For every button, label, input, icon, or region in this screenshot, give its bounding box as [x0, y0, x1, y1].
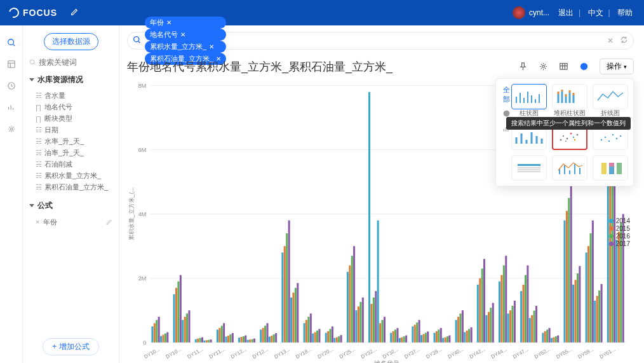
- edit-icon[interactable]: [70, 8, 79, 18]
- svg-rect-205: [598, 291, 600, 343]
- svg-rect-79: [295, 288, 297, 343]
- refresh-icon[interactable]: [620, 36, 628, 46]
- remove-icon[interactable]: ✕: [166, 19, 171, 26]
- user-name[interactable]: cynt...: [529, 8, 549, 17]
- svg-rect-136: [434, 332, 436, 342]
- brand-icon: [7, 6, 21, 20]
- section-reservoir[interactable]: 水库资源情况: [29, 74, 112, 85]
- add-formula-button[interactable]: + 增加公式: [43, 338, 98, 355]
- svg-point-220: [567, 138, 568, 140]
- svg-rect-167: [507, 313, 509, 342]
- svg-text:地名代号 ▾: 地名代号 ▾: [373, 360, 404, 363]
- chart-thumb[interactable]: [593, 155, 628, 181]
- svg-rect-113: [377, 221, 379, 343]
- table-icon[interactable]: [558, 60, 570, 73]
- remove-icon[interactable]: ✕: [180, 31, 185, 38]
- field-item[interactable]: ☵累积石油量_立方米_: [36, 182, 112, 192]
- chart-thumb[interactable]: [552, 155, 587, 181]
- svg-point-218: [560, 139, 562, 141]
- rail-clock-icon[interactable]: [6, 80, 17, 92]
- legend: 2014201520162017: [609, 217, 630, 248]
- rail-board-icon[interactable]: [6, 58, 17, 70]
- search-pillbar[interactable]: 年份✕地名代号✕累积水量_立方米_✕累积石油量_立方米_✕ ✕: [127, 32, 634, 50]
- svg-rect-132: [422, 334, 424, 343]
- gear-icon[interactable]: [537, 60, 550, 73]
- formula-chip[interactable]: ×年份: [36, 217, 112, 227]
- section-formula[interactable]: 公式: [29, 200, 112, 211]
- svg-rect-26: [166, 332, 168, 342]
- svg-rect-85: [310, 313, 312, 342]
- svg-rect-128: [414, 325, 416, 343]
- remove-icon[interactable]: ✕: [209, 43, 214, 50]
- svg-rect-137: [436, 331, 438, 343]
- svg-rect-118: [390, 332, 392, 342]
- search-icon[interactable]: [133, 36, 141, 46]
- choose-source-button[interactable]: 选择数据源: [44, 33, 98, 50]
- popover-tooltip: 搜索结果中至少一个属性列和一个数值列: [506, 117, 631, 130]
- field-item[interactable]: ∏地名代号: [36, 102, 112, 112]
- help-link[interactable]: 帮助: [617, 8, 633, 17]
- rail-gear-icon[interactable]: [6, 123, 17, 135]
- svg-rect-187: [555, 336, 557, 343]
- field-item[interactable]: ☵水率_升_天_: [36, 137, 112, 146]
- svg-rect-148: [462, 310, 464, 343]
- field-item[interactable]: ☵累积水量_立方米_: [36, 171, 112, 181]
- svg-text:DY12...: DY12...: [230, 346, 248, 360]
- clear-icon[interactable]: ✕: [607, 36, 614, 45]
- app-header: FOCUS cynt... 退出| 中文| 帮助: [0, 0, 644, 25]
- rail-chart-icon[interactable]: [6, 102, 17, 113]
- popover-all-tab[interactable]: 全部: [501, 85, 511, 104]
- sidebar: 选择数据源 水库资源情况 ☵含水量∏地名代号∏断块类型☷日期☵水率_升_天_☵油…: [23, 25, 119, 363]
- chart-thumb[interactable]: 折线图: [593, 84, 628, 109]
- svg-point-229: [612, 134, 614, 136]
- field-item[interactable]: ☵油率_升_天_: [36, 148, 112, 158]
- svg-point-5: [134, 37, 139, 42]
- svg-rect-112: [375, 291, 377, 343]
- svg-rect-46: [217, 329, 218, 342]
- lang-link[interactable]: 中文: [588, 8, 603, 17]
- ops-button[interactable]: 操作 ▾: [600, 58, 634, 74]
- sidebar-search-input[interactable]: [39, 58, 112, 67]
- svg-rect-169: [511, 306, 513, 343]
- svg-rect-110: [370, 304, 372, 343]
- chart-thumb[interactable]: 柱状图: [511, 84, 547, 109]
- svg-text:4M: 4M: [138, 211, 147, 217]
- svg-rect-25: [164, 334, 166, 343]
- field-item[interactable]: ☷日期: [36, 125, 112, 135]
- sidebar-search[interactable]: [29, 58, 112, 67]
- rail-search-icon[interactable]: [6, 37, 17, 48]
- legend-item[interactable]: 2014: [609, 217, 630, 224]
- svg-rect-170: [514, 301, 516, 343]
- svg-rect-19: [151, 326, 153, 342]
- chevron-down-icon: [29, 204, 34, 207]
- chart-type-icon[interactable]: [578, 60, 591, 73]
- svg-point-226: [601, 139, 603, 141]
- field-type-icon: ☵: [36, 183, 44, 191]
- query-pill[interactable]: 累积水量_立方米_✕: [145, 41, 226, 53]
- pin-icon[interactable]: [517, 60, 530, 73]
- svg-rect-181: [542, 332, 544, 342]
- svg-rect-44: [210, 339, 212, 343]
- legend-item[interactable]: 2016: [609, 233, 630, 240]
- chart-thumb[interactable]: 堆积柱状图: [552, 84, 587, 109]
- query-pill[interactable]: 年份✕: [145, 17, 226, 29]
- svg-rect-203: [594, 301, 596, 343]
- field-item[interactable]: ☵含水量: [36, 91, 112, 100]
- logout-link[interactable]: 退出: [558, 8, 574, 17]
- svg-text:8M: 8M: [138, 83, 147, 89]
- svg-text:DY32...: DY32...: [360, 346, 378, 360]
- legend-item[interactable]: 2017: [609, 240, 630, 247]
- query-pill[interactable]: 地名代号✕: [145, 29, 226, 41]
- svg-rect-194: [572, 285, 574, 343]
- legend-item[interactable]: 2015: [609, 225, 630, 232]
- edit-icon[interactable]: [105, 219, 112, 226]
- chart-thumb[interactable]: [511, 155, 547, 181]
- field-item[interactable]: ∏断块类型: [36, 114, 112, 123]
- svg-rect-201: [590, 233, 592, 343]
- svg-rect-82: [304, 323, 305, 342]
- field-item[interactable]: ☵石油削减: [36, 160, 112, 169]
- title-row: 年份地名代号累积水量_立方米_累积石油量_立方米_ 操作 ▾: [127, 58, 634, 74]
- avatar[interactable]: [513, 6, 525, 19]
- svg-rect-68: [269, 337, 271, 343]
- svg-rect-176: [529, 318, 531, 342]
